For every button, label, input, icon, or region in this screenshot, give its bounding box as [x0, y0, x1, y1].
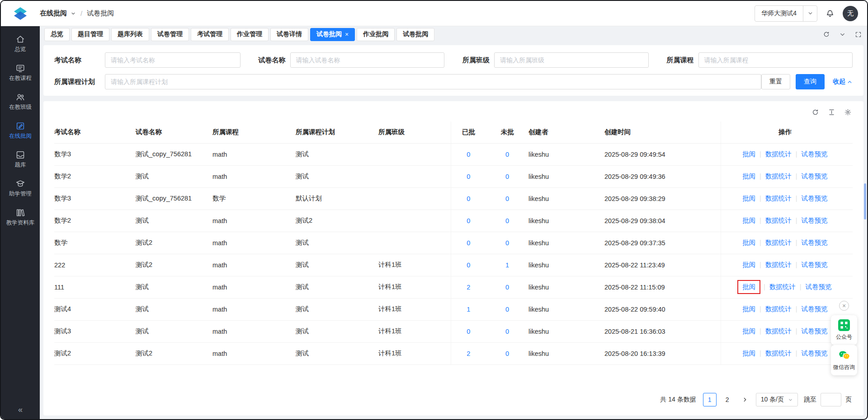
action-review[interactable]: 批阅: [737, 280, 760, 294]
action-review[interactable]: 批阅: [742, 150, 755, 158]
reviewed-count-link[interactable]: 0: [467, 217, 470, 224]
action-review[interactable]: 批阅: [742, 305, 755, 313]
action-preview[interactable]: 试卷预览: [802, 305, 828, 313]
unreviewed-count-link[interactable]: 0: [505, 239, 509, 247]
action-preview[interactable]: 试卷预览: [802, 217, 828, 224]
reset-button[interactable]: 重置: [761, 74, 790, 89]
unreviewed-count-link[interactable]: 0: [505, 350, 509, 357]
action-preview[interactable]: 试卷预览: [802, 261, 828, 268]
reviewed-count-link[interactable]: 0: [467, 151, 470, 158]
action-preview[interactable]: 试卷预览: [802, 150, 828, 158]
next-page-button[interactable]: [738, 393, 752, 406]
action-review[interactable]: 批阅: [742, 350, 755, 357]
action-review[interactable]: 批阅: [742, 327, 755, 335]
reviewed-count-link[interactable]: 2: [467, 284, 470, 291]
action-review[interactable]: 批阅: [742, 239, 755, 246]
sidebar-item-courses[interactable]: 在教课程: [1, 58, 40, 87]
page-size-select[interactable]: 10 条/页: [756, 393, 798, 406]
app-logo[interactable]: [1, 7, 40, 20]
action-preview[interactable]: 试卷预览: [802, 327, 828, 335]
notification-bell-icon[interactable]: [826, 9, 835, 18]
org-selector[interactable]: 华师大测试4: [755, 5, 817, 22]
chevron-down-icon[interactable]: [803, 10, 817, 16]
sidebar-item-teaching-library[interactable]: 教学资料库: [1, 202, 40, 231]
action-preview[interactable]: 试卷预览: [802, 239, 828, 246]
action-statistics[interactable]: 数据统计: [765, 239, 792, 246]
action-statistics[interactable]: 数据统计: [765, 305, 792, 313]
tab-paper-review[interactable]: 试卷批阅×: [310, 28, 355, 41]
tab-question-mgmt[interactable]: 题目管理: [71, 28, 109, 41]
reviewed-count-link[interactable]: 0: [467, 261, 470, 269]
official-account-widget[interactable]: 公众号: [831, 315, 857, 345]
wechat-consult-widget[interactable]: 微信咨询: [831, 345, 857, 375]
sidebar-item-study-aid[interactable]: 助学管理: [1, 173, 40, 202]
action-review[interactable]: 批阅: [742, 195, 755, 202]
settings-gear-icon[interactable]: [844, 108, 852, 116]
action-preview[interactable]: 试卷预览: [806, 283, 832, 290]
tab-paper-detail[interactable]: 试卷详情: [270, 28, 308, 41]
close-widget-button[interactable]: ×: [839, 301, 849, 311]
action-preview[interactable]: 试卷预览: [802, 195, 828, 202]
unreviewed-count-link[interactable]: 0: [505, 151, 509, 158]
jump-page-input[interactable]: [821, 393, 841, 406]
reload-icon[interactable]: [811, 108, 819, 116]
sidebar-item-question-bank[interactable]: 题库: [1, 145, 40, 173]
sidebar-item-online-review[interactable]: 在线批阅: [1, 116, 40, 145]
reviewed-count-link[interactable]: 0: [467, 239, 470, 247]
unreviewed-count-link[interactable]: 0: [505, 173, 509, 180]
unreviewed-count-link[interactable]: 0: [505, 195, 509, 202]
filter-input-paper-name[interactable]: [290, 52, 445, 68]
action-review[interactable]: 批阅: [742, 261, 755, 268]
scrollbar-thumb[interactable]: [864, 183, 866, 219]
action-review[interactable]: 批阅: [742, 173, 755, 180]
fullscreen-icon[interactable]: [855, 31, 862, 38]
reviewed-count-link[interactable]: 0: [467, 328, 470, 335]
action-statistics[interactable]: 数据统计: [765, 350, 792, 357]
tab-close-icon[interactable]: ×: [345, 31, 349, 38]
avatar[interactable]: 无: [843, 6, 858, 21]
unreviewed-count-link[interactable]: 1: [505, 261, 509, 269]
unreviewed-count-link[interactable]: 0: [505, 306, 509, 313]
tab-bank-list[interactable]: 题库列表: [111, 28, 149, 41]
action-statistics[interactable]: 数据统计: [765, 173, 792, 180]
sidebar-item-overview[interactable]: 总览: [1, 29, 40, 58]
tab-overview[interactable]: 总览: [44, 28, 70, 41]
reviewed-count-link[interactable]: 0: [467, 173, 470, 180]
action-statistics[interactable]: 数据统计: [769, 283, 796, 290]
filter-input-class[interactable]: [494, 52, 649, 68]
action-statistics[interactable]: 数据统计: [765, 150, 792, 158]
unreviewed-count-link[interactable]: 0: [505, 328, 509, 335]
refresh-icon[interactable]: [823, 31, 830, 38]
tab-homework-mgmt[interactable]: 作业管理: [231, 28, 269, 41]
page-button-2[interactable]: 2: [721, 393, 734, 406]
filter-input-course-plan[interactable]: [105, 74, 761, 89]
collapse-filters-link[interactable]: 收起: [833, 78, 853, 86]
action-statistics[interactable]: 数据统计: [765, 261, 792, 268]
action-statistics[interactable]: 数据统计: [765, 217, 792, 224]
reviewed-count-link[interactable]: 0: [467, 195, 470, 202]
reviewed-count-link[interactable]: 1: [467, 306, 470, 313]
sidebar-item-classes[interactable]: 在教班级: [1, 87, 40, 116]
action-statistics[interactable]: 数据统计: [765, 195, 792, 202]
cell-unreviewed: 0: [490, 165, 528, 187]
tab-paper-mgmt[interactable]: 试卷管理: [151, 28, 189, 41]
action-preview[interactable]: 试卷预览: [802, 350, 828, 357]
unreviewed-count-link[interactable]: 0: [505, 284, 509, 291]
tab-homework-review[interactable]: 作业批阅: [357, 28, 395, 41]
breadcrumb-root[interactable]: 在线批阅: [40, 9, 67, 18]
unreviewed-count-link[interactable]: 0: [505, 217, 509, 224]
action-statistics[interactable]: 数据统计: [765, 327, 792, 335]
chevron-down-icon[interactable]: [71, 11, 76, 16]
sidebar-collapse-button[interactable]: «: [1, 405, 40, 415]
chevron-down-icon[interactable]: [839, 31, 846, 38]
tab-exam-mgmt[interactable]: 考试管理: [191, 28, 229, 41]
reviewed-count-link[interactable]: 2: [467, 350, 470, 357]
action-preview[interactable]: 试卷预览: [802, 173, 828, 180]
action-review[interactable]: 批阅: [742, 217, 755, 224]
tab-paper-review-2[interactable]: 试卷批阅: [396, 28, 434, 41]
column-height-icon[interactable]: [828, 108, 835, 116]
filter-input-exam-name[interactable]: [105, 52, 241, 68]
filter-input-course[interactable]: [698, 52, 853, 68]
page-button-1[interactable]: 1: [703, 393, 717, 406]
search-button[interactable]: 查询: [796, 74, 825, 89]
